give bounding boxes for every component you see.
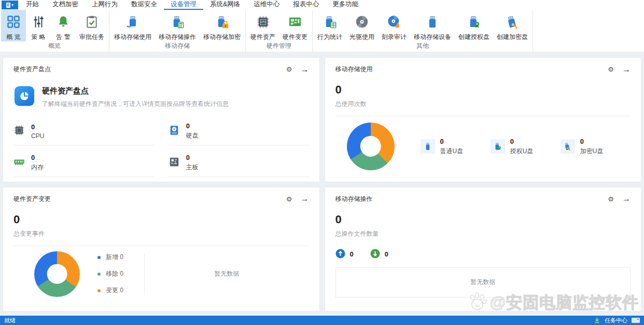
- change-legend: 新增 0 移除 0 变更 0: [97, 253, 123, 295]
- ribbon-button-label: 移动存储操作: [159, 33, 196, 42]
- legend-dot: [97, 256, 101, 259]
- arrow-right-icon[interactable]: →: [301, 195, 309, 203]
- usb-key-small-icon: [561, 139, 575, 154]
- legend-name: 新增: [106, 253, 118, 261]
- arrow-right-icon[interactable]: →: [622, 65, 631, 74]
- ribbon-spacer: [533, 10, 644, 52]
- ribbon-button-overview[interactable]: 概 览: [1, 10, 26, 42]
- upload-count: 0: [350, 250, 354, 258]
- stat-label: CPU: [31, 132, 44, 140]
- gear-icon[interactable]: ⚙: [608, 65, 614, 73]
- download-status-icon[interactable]: [594, 317, 600, 324]
- legend-value: 0: [120, 287, 123, 294]
- menu-item-report-center[interactable]: 报表中心: [286, 0, 326, 10]
- ribbon-button-behavior-stats[interactable]: 行为统计: [314, 10, 346, 42]
- ribbon-button-label: 告 警: [56, 33, 70, 42]
- ribbon-button-alert[interactable]: 告 警: [51, 10, 76, 42]
- status-ready-text: 就绪: [4, 317, 16, 324]
- upload-stat: 0: [335, 249, 354, 260]
- legend-dot: [97, 289, 101, 292]
- ribbon-button-label: 创建授权盘: [458, 33, 489, 42]
- card-storage-usage: 移动存储使用 ⚙ → 0 总使用次数 0 普通U盘: [325, 57, 642, 182]
- legend-item-removed: 移除 0: [97, 269, 123, 278]
- empty-state-box: 暂无数据: [335, 267, 631, 297]
- ribbon-button-storage-usage[interactable]: 移动存储使用: [110, 10, 155, 42]
- menu-item-data-security[interactable]: 数据安全: [124, 0, 164, 10]
- keyboard-icon[interactable]: [632, 318, 640, 323]
- sliders-icon: [32, 13, 45, 30]
- menu-bar: ▾ 开始 文档加密 上网行为 数据安全 设备管理 系统&网络 运维中心 报表中心…: [0, 0, 644, 10]
- ribbon-button-label: 概 览: [6, 33, 20, 42]
- gear-icon[interactable]: ⚙: [286, 195, 292, 203]
- card-title: 硬件资产变更: [13, 195, 51, 204]
- ribbon-button-optical-usage[interactable]: 光驱使用: [346, 10, 378, 42]
- ribbon-button-hardware-assets[interactable]: CPU 硬件资产: [247, 10, 279, 42]
- stat-label: 普通U盘: [440, 147, 464, 156]
- circuit-board-icon: [288, 13, 302, 30]
- total-operation-label: 总操作文件数量: [335, 229, 631, 238]
- clipboard-check-icon: [85, 13, 99, 30]
- ribbon-button-label: 创建加密盘: [497, 33, 528, 42]
- menu-item-device-management[interactable]: 设备管理: [164, 0, 203, 10]
- ribbon-button-storage-encrypt[interactable]: 移动存储加密: [200, 10, 244, 42]
- ribbon-button-label: 策 略: [31, 33, 45, 42]
- usage-donut-chart: [347, 123, 395, 170]
- usb-lock-icon: [215, 13, 229, 30]
- gear-icon[interactable]: ⚙: [608, 195, 614, 203]
- hard-disk-icon: [169, 125, 180, 138]
- arrow-right-icon[interactable]: →: [622, 195, 631, 203]
- status-bar: 就绪 任务中心: [0, 316, 644, 325]
- ribbon-button-label: 移动存储加密: [203, 33, 241, 42]
- legend-name: 变更: [106, 287, 118, 294]
- app-menu-button[interactable]: ▾: [2, 1, 18, 9]
- ribbon-button-burn-audit[interactable]: 刻录审计: [378, 10, 410, 42]
- stat-label: 主板: [186, 163, 199, 172]
- ribbon-group-removable-storage: 移动存储使用 移动存储操作 移动存储加密 移动存储: [109, 10, 246, 52]
- menu-item-ops-center[interactable]: 运维中心: [247, 0, 286, 10]
- change-donut-chart: [34, 251, 80, 297]
- empty-state-text: 暂无数据: [470, 278, 495, 287]
- ribbon-button-label: 审批任务: [79, 33, 104, 42]
- overview-grid-icon: [6, 13, 21, 30]
- card-title: 移动存储使用: [335, 65, 373, 74]
- task-center-link[interactable]: 任务中心: [605, 317, 627, 324]
- stat-memory: 0 内存: [13, 154, 154, 177]
- usb-operation-icon: [170, 13, 185, 30]
- ribbon-button-create-encrypted-disk[interactable]: 创建加密盘: [493, 10, 531, 42]
- app-menu-icon: [6, 3, 10, 8]
- ribbon-button-create-authorized-disk[interactable]: 创建授权盘: [455, 10, 493, 42]
- ribbon-button-storage-devices[interactable]: 移动存储设备: [410, 10, 455, 42]
- total-usage-count: 0: [335, 83, 631, 97]
- usb-badge-icon: [467, 13, 481, 30]
- arrow-right-icon[interactable]: →: [301, 65, 309, 74]
- ribbon-button-approval-tasks[interactable]: 审批任务: [76, 10, 108, 42]
- menu-item-start[interactable]: 开始: [19, 0, 46, 10]
- stat-label: 内存: [31, 163, 44, 172]
- ribbon-group-other: 行为统计 光驱使用 刻录审计 移动存储设备: [313, 10, 533, 52]
- stat-value: 0: [31, 154, 44, 161]
- ribbon-group-label: 其他: [313, 42, 533, 52]
- ribbon-button-policy[interactable]: 策 略: [26, 10, 51, 42]
- menu-item-doc-encrypt[interactable]: 文档加密: [46, 0, 85, 10]
- cpu-icon: [13, 125, 25, 138]
- menu-item-web-behavior[interactable]: 上网行为: [85, 0, 124, 10]
- usb-device-icon: [425, 13, 440, 30]
- chevron-down-icon: ▾: [11, 3, 13, 7]
- total-change-label: 总变更事件: [13, 229, 309, 238]
- ribbon-button-label: 刻录审计: [382, 33, 407, 42]
- menu-item-system-network[interactable]: 系统&网络: [203, 0, 247, 10]
- stat-value: 0: [31, 123, 44, 131]
- legend-dot: [97, 273, 101, 276]
- stat-encrypted-usb: 0 加密U盘: [561, 138, 631, 156]
- ribbon-button-hardware-change[interactable]: 硬件变更: [279, 10, 311, 42]
- dashboard-content: 硬件资产盘点 ⚙ → 硬件资产盘点 了解终端当前硬件资产情况，可进入详情页面按品…: [0, 53, 644, 316]
- feature-title: 硬件资产盘点: [42, 86, 229, 96]
- menu-item-more-features[interactable]: 更多功能: [326, 0, 365, 10]
- ribbon-group-label: 硬件管理: [246, 42, 312, 52]
- gear-icon[interactable]: ⚙: [286, 65, 292, 73]
- legend-value: 0: [120, 270, 123, 277]
- usb-drive-icon: [125, 13, 140, 30]
- ribbon-button-storage-operation[interactable]: 移动存储操作: [155, 10, 200, 42]
- ribbon-button-label: 移动存储使用: [114, 33, 151, 42]
- stat-label: 硬盘: [186, 131, 199, 140]
